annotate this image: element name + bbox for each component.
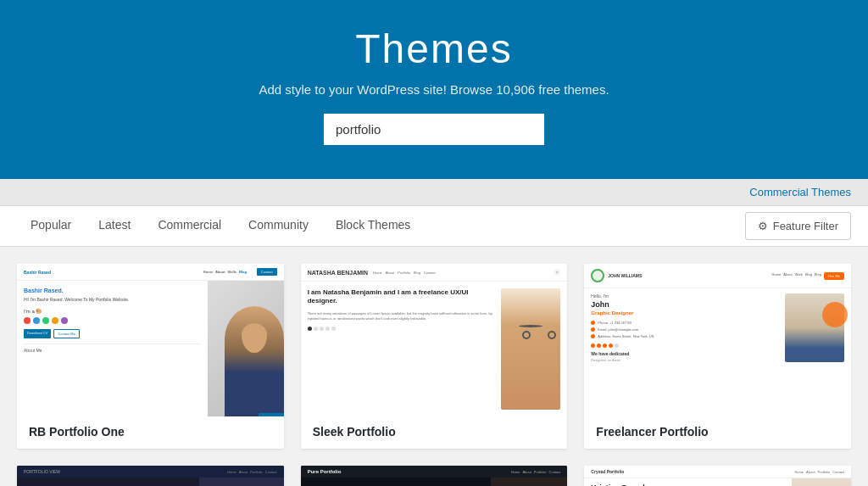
feature-filter-label: Feature Filter [773,220,838,232]
commercial-themes-link[interactable]: Commercial Themes [749,186,851,198]
tab-latest[interactable]: Latest [85,206,144,246]
theme-name: Freelancer Portfolio [584,416,851,449]
themes-area: Bashir Rased Home About Skills Blog Cont… [0,247,868,486]
theme-card[interactable]: PORTFOLIO VIEW HomeAboutPortfolioContact… [17,466,284,486]
theme-card[interactable]: Pure Portfolio HomeAboutPortfolioContact… [301,466,568,486]
theme-card[interactable]: NATASHA BENJAMIN HomeAboutPortfolioBlogC… [301,264,568,449]
theme-name: RB Portfolio One [17,416,284,449]
filter-tabs: Popular Latest Commercial Community Bloc… [17,206,745,246]
tab-commercial[interactable]: Commercial [144,206,235,246]
theme-name: Sleek Portfolio [301,416,568,449]
filter-bar: Popular Latest Commercial Community Bloc… [0,206,868,247]
tab-community[interactable]: Community [235,206,322,246]
feature-filter-button[interactable]: ⚙ Feature Filter [745,212,851,240]
gear-icon: ⚙ [758,220,768,232]
page-header: Themes Add style to your WordPress site!… [0,0,868,179]
theme-card[interactable]: JOHN WILLIAMS HomeAboutWorkBlogBlog Hire… [584,264,851,449]
theme-screenshot: Bashir Rased Home About Skills Blog Cont… [17,264,284,416]
theme-screenshot: NATASHA BENJAMIN HomeAboutPortfolioBlogC… [301,264,568,416]
tab-block-themes[interactable]: Block Themes [322,206,424,246]
tab-popular[interactable]: Popular [17,206,85,246]
theme-screenshot: Crystal Portfolio HomeAboutPortfolioCont… [584,466,851,486]
theme-screenshot: Pure Portfolio HomeAboutPortfolioContact… [301,466,568,486]
themes-grid: Bashir Rased Home About Skills Blog Cont… [17,264,851,486]
theme-card[interactable]: Bashir Rased Home About Skills Blog Cont… [17,264,284,449]
theme-screenshot: PORTFOLIO VIEW HomeAboutPortfolioContact… [17,466,284,486]
page-title: Themes [17,25,851,72]
theme-card[interactable]: Crystal Portfolio HomeAboutPortfolioCont… [584,466,851,486]
page-subtitle: Add style to your WordPress site! Browse… [17,82,851,97]
search-wrapper [17,114,851,145]
secondary-bar: Commercial Themes [0,179,868,206]
theme-screenshot: JOHN WILLIAMS HomeAboutWorkBlogBlog Hire… [584,264,851,416]
search-input[interactable] [324,114,544,145]
